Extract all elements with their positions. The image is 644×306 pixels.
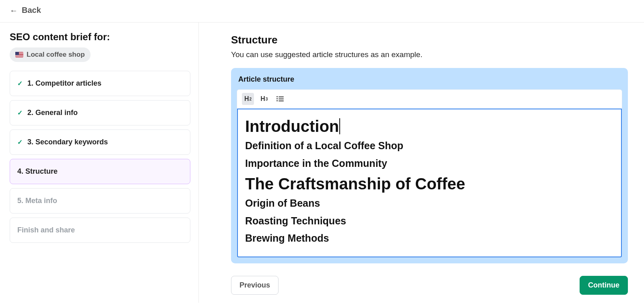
steps-list: ✓ 1. Competitor articles ✓ 2. General in… xyxy=(10,71,190,243)
bullet-list-button[interactable] xyxy=(274,93,286,105)
step-competitor-articles[interactable]: ✓ 1. Competitor articles xyxy=(10,71,190,96)
back-label: Back xyxy=(22,6,41,15)
list-icon xyxy=(277,96,284,102)
heading-h3[interactable]: Origin of Beans xyxy=(245,196,614,211)
topbar: ← Back xyxy=(0,0,644,23)
step-general-info[interactable]: ✓ 2. General info xyxy=(10,100,190,125)
check-icon: ✓ xyxy=(17,109,23,117)
check-icon: ✓ xyxy=(17,138,23,146)
continue-button[interactable]: Continue xyxy=(580,276,628,295)
us-flag-icon xyxy=(15,52,23,58)
check-icon: ✓ xyxy=(17,80,23,87)
step-label: 4. Structure xyxy=(17,167,58,176)
step-label: 3. Secondary keywords xyxy=(27,138,108,146)
step-label: 2. General info xyxy=(27,109,78,117)
heading-h2[interactable]: Introduction xyxy=(245,117,614,136)
editor-body[interactable]: Introduction Definition of a Local Coffe… xyxy=(237,109,622,257)
page-subtitle: You can use suggested article structures… xyxy=(231,50,628,59)
arrow-left-icon: ← xyxy=(10,6,18,14)
sidebar: SEO content brief for: Local coffee shop… xyxy=(0,23,199,303)
editor-toolbar: H2 H3 xyxy=(237,90,622,109)
keyword-chip[interactable]: Local coffee shop xyxy=(10,47,91,62)
step-structure[interactable]: 4. Structure xyxy=(10,159,190,184)
step-label: Finish and share xyxy=(17,226,75,234)
heading-h3[interactable]: Brewing Methods xyxy=(245,231,614,246)
main-content: Structure You can use suggested article … xyxy=(199,23,644,270)
h3-button[interactable]: H3 xyxy=(258,93,270,105)
keyword-label: Local coffee shop xyxy=(27,51,85,59)
card-title: Article structure xyxy=(237,68,622,89)
main: Structure You can use suggested article … xyxy=(199,23,644,303)
heading-h3[interactable]: Importance in the Community xyxy=(245,156,614,171)
heading-h2[interactable]: The Craftsmanship of Coffee xyxy=(245,174,614,193)
step-finish-share[interactable]: Finish and share xyxy=(10,218,190,243)
editor-panel: H2 H3 Introduction Definitio xyxy=(237,89,622,258)
footer-actions: Previous Continue xyxy=(199,270,644,303)
heading-h3[interactable]: Definition of a Local Coffee Shop xyxy=(245,138,614,154)
step-meta-info[interactable]: 5. Meta info xyxy=(10,188,190,214)
sidebar-title: SEO content brief for: xyxy=(10,31,190,43)
step-secondary-keywords[interactable]: ✓ 3. Secondary keywords xyxy=(10,129,190,155)
step-label: 5. Meta info xyxy=(17,197,57,205)
layout: SEO content brief for: Local coffee shop… xyxy=(0,23,644,303)
text-caret xyxy=(339,118,340,134)
step-label: 1. Competitor articles xyxy=(27,79,101,88)
back-button[interactable]: ← Back xyxy=(10,6,41,15)
page-title: Structure xyxy=(231,34,628,46)
h2-button[interactable]: H2 xyxy=(242,93,254,105)
heading-h3[interactable]: Roasting Techniques xyxy=(245,214,614,229)
previous-button[interactable]: Previous xyxy=(231,276,279,295)
article-structure-card: Article structure H2 H3 xyxy=(231,68,628,263)
